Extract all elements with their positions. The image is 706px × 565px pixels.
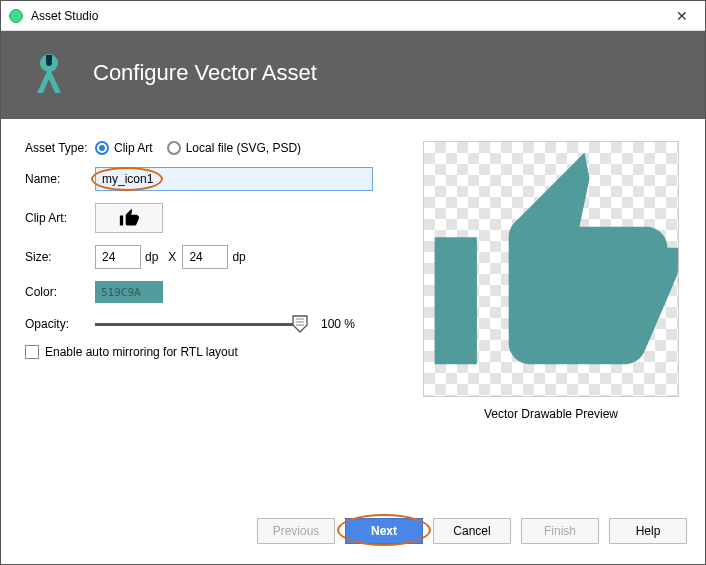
form-panel: Asset Type: Clip Art Local file (SVG, PS…	[25, 141, 395, 494]
radio-local-file[interactable]: Local file (SVG, PSD)	[167, 141, 301, 155]
thumb-up-preview-icon	[424, 141, 678, 397]
radio-dot-icon	[95, 141, 109, 155]
body: Asset Type: Clip Art Local file (SVG, PS…	[1, 119, 705, 504]
row-rtl: Enable auto mirroring for RTL layout	[25, 345, 395, 359]
preview-caption: Vector Drawable Preview	[484, 407, 618, 421]
close-icon[interactable]: ✕	[667, 8, 697, 24]
size-width-input[interactable]	[95, 245, 141, 269]
next-button[interactable]: Next	[345, 518, 423, 544]
size-dp-label-2: dp	[232, 250, 245, 264]
color-swatch[interactable]: 519C9A	[95, 281, 163, 303]
rtl-label: Enable auto mirroring for RTL layout	[45, 345, 238, 359]
radio-local-file-label: Local file (SVG, PSD)	[186, 141, 301, 155]
opacity-value: 100 %	[321, 317, 355, 331]
radio-clip-art-label: Clip Art	[114, 141, 153, 155]
clip-art-label: Clip Art:	[25, 211, 95, 225]
rtl-checkbox[interactable]	[25, 345, 39, 359]
row-size: Size: dp X dp	[25, 245, 395, 269]
android-studio-logo-icon	[25, 49, 73, 97]
header: Configure Vector Asset	[1, 31, 705, 119]
row-name: Name:	[25, 167, 395, 191]
preview-canvas	[423, 141, 679, 397]
radio-clip-art[interactable]: Clip Art	[95, 141, 153, 155]
opacity-slider[interactable]	[95, 315, 301, 333]
clip-art-picker-button[interactable]	[95, 203, 163, 233]
color-label: Color:	[25, 285, 95, 299]
header-title: Configure Vector Asset	[93, 60, 317, 86]
titlebar: Asset Studio ✕	[1, 1, 705, 31]
row-clip-art: Clip Art:	[25, 203, 395, 233]
help-button[interactable]: Help	[609, 518, 687, 544]
size-label: Size:	[25, 250, 95, 264]
thumb-up-icon	[119, 208, 139, 228]
android-studio-icon	[9, 9, 23, 23]
name-label: Name:	[25, 172, 95, 186]
radio-dot-icon	[167, 141, 181, 155]
row-color: Color: 519C9A	[25, 281, 395, 303]
name-input[interactable]	[95, 167, 373, 191]
size-height-input[interactable]	[182, 245, 228, 269]
slider-thumb-icon	[292, 315, 308, 331]
finish-button[interactable]: Finish	[521, 518, 599, 544]
svg-point-2	[46, 60, 52, 66]
footer: Previous Next Cancel Finish Help	[1, 504, 705, 564]
window-title: Asset Studio	[31, 9, 667, 23]
row-opacity: Opacity: 100 %	[25, 315, 395, 333]
size-x-label: X	[168, 250, 176, 264]
slider-track	[95, 323, 301, 326]
opacity-label: Opacity:	[25, 317, 95, 331]
row-asset-type: Asset Type: Clip Art Local file (SVG, PS…	[25, 141, 395, 155]
cancel-button[interactable]: Cancel	[433, 518, 511, 544]
preview-panel: Vector Drawable Preview	[421, 141, 681, 494]
dialog-window: Asset Studio ✕ Configure Vector Asset As…	[0, 0, 706, 565]
previous-button[interactable]: Previous	[257, 518, 335, 544]
size-dp-label-1: dp	[145, 250, 158, 264]
asset-type-label: Asset Type:	[25, 141, 95, 155]
